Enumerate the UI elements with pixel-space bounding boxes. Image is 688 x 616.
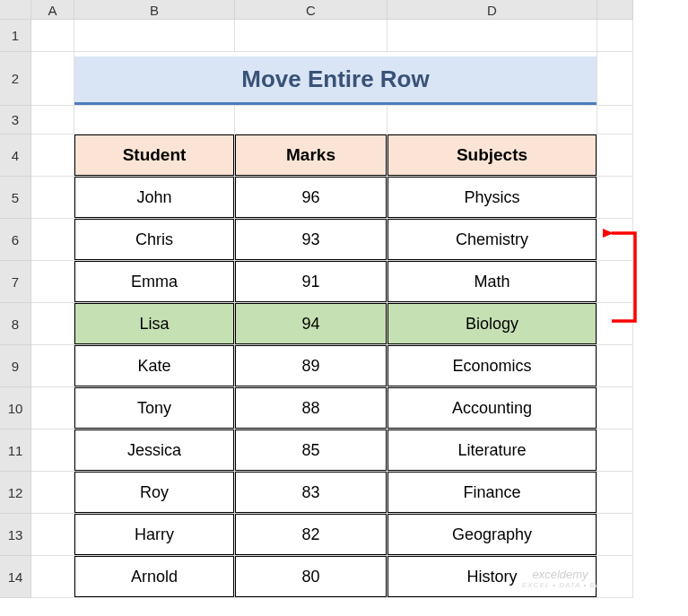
cell[interactable] — [74, 106, 235, 134]
table-row[interactable]: Harry — [74, 514, 235, 556]
table-row[interactable]: Chemistry — [388, 219, 597, 261]
cell[interactable] — [31, 345, 74, 387]
table-row[interactable]: 83 — [235, 472, 388, 514]
table-row[interactable]: Kate — [74, 345, 235, 387]
cell[interactable] — [597, 219, 633, 261]
cell[interactable] — [31, 134, 74, 177]
table-row[interactable]: 93 — [235, 219, 388, 261]
row-header[interactable]: 4 — [0, 134, 31, 177]
col-header-c[interactable]: C — [235, 0, 388, 20]
table-row[interactable]: Literature — [388, 429, 597, 472]
header-subjects: Subjects — [388, 134, 597, 176]
cell-marks: 96 — [235, 177, 387, 218]
cell[interactable] — [31, 52, 74, 106]
table-row[interactable]: Finance — [388, 472, 597, 514]
row-header[interactable]: 7 — [0, 261, 31, 303]
col-header-a[interactable]: A — [31, 0, 74, 20]
cell[interactable] — [597, 20, 633, 52]
watermark: exceldemy EXCEL • DATA • BI — [522, 568, 598, 589]
row-header[interactable]: 2 — [0, 52, 31, 106]
cell[interactable] — [235, 20, 388, 52]
row-header[interactable]: 5 — [0, 177, 31, 219]
table-row[interactable]: 96 — [235, 177, 388, 219]
col-header-d[interactable]: D — [388, 0, 597, 20]
table-row[interactable]: Physics — [388, 177, 597, 219]
cell-marks: 82 — [235, 514, 387, 555]
table-row[interactable]: 91 — [235, 261, 388, 303]
cell[interactable] — [597, 472, 633, 514]
row-header[interactable]: 1 — [0, 20, 31, 52]
row-header[interactable]: 12 — [0, 472, 31, 514]
row-header[interactable]: 10 — [0, 387, 31, 429]
table-row[interactable]: 89 — [235, 345, 388, 387]
cell-student: Chris — [74, 219, 234, 260]
table-header-cell[interactable]: Student — [74, 134, 235, 177]
row-header[interactable]: 6 — [0, 219, 31, 261]
cell[interactable] — [388, 20, 597, 52]
cell[interactable] — [597, 134, 633, 177]
table-row[interactable]: 88 — [235, 387, 388, 429]
cell[interactable] — [235, 106, 388, 134]
cell-marks: 89 — [235, 345, 387, 386]
cell-marks: 94 — [235, 303, 387, 344]
row-header[interactable]: 8 — [0, 303, 31, 345]
row-header[interactable]: 9 — [0, 345, 31, 387]
cell[interactable] — [31, 472, 74, 514]
cell-subject: Finance — [388, 472, 597, 513]
table-row[interactable]: Lisa — [74, 303, 235, 345]
table-row[interactable]: Emma — [74, 261, 235, 303]
cell[interactable] — [31, 556, 74, 598]
cell[interactable] — [597, 514, 633, 556]
table-row[interactable]: 94 — [235, 303, 388, 345]
cell[interactable] — [597, 106, 633, 134]
table-row[interactable]: Geography — [388, 514, 597, 556]
table-row[interactable]: 82 — [235, 514, 388, 556]
cell[interactable] — [597, 387, 633, 429]
table-row[interactable]: Jessica — [74, 429, 235, 472]
header-marks: Marks — [235, 134, 387, 176]
cell[interactable] — [597, 177, 633, 219]
cell-student: Roy — [74, 472, 234, 513]
cell-marks: 85 — [235, 429, 387, 471]
table-header-cell[interactable]: Marks — [235, 134, 388, 177]
header-student: Student — [74, 134, 234, 176]
cell[interactable] — [597, 345, 633, 387]
col-header-extra[interactable] — [597, 0, 633, 20]
cell[interactable] — [597, 261, 633, 303]
cell[interactable] — [31, 20, 74, 52]
table-row[interactable]: Chris — [74, 219, 235, 261]
row-header[interactable]: 14 — [0, 556, 31, 598]
table-row[interactable]: Arnold — [74, 556, 235, 598]
col-header-b[interactable]: B — [74, 0, 235, 20]
cell-marks: 80 — [235, 556, 387, 597]
cell[interactable] — [31, 106, 74, 134]
cell[interactable] — [388, 106, 597, 134]
cell[interactable] — [597, 429, 633, 472]
cell[interactable] — [31, 219, 74, 261]
title-cell[interactable]: Move Entire Row — [74, 52, 597, 106]
row-header[interactable]: 11 — [0, 429, 31, 472]
table-row[interactable]: Economics — [388, 345, 597, 387]
corner-cell[interactable] — [0, 0, 31, 20]
cell[interactable] — [31, 261, 74, 303]
cell[interactable] — [31, 177, 74, 219]
table-header-cell[interactable]: Subjects — [388, 134, 597, 177]
cell[interactable] — [31, 429, 74, 472]
table-row[interactable]: 80 — [235, 556, 388, 598]
cell[interactable] — [31, 303, 74, 345]
cell[interactable] — [31, 387, 74, 429]
cell[interactable] — [74, 20, 235, 52]
table-row[interactable]: Accounting — [388, 387, 597, 429]
row-header[interactable]: 3 — [0, 106, 31, 134]
row-header[interactable]: 13 — [0, 514, 31, 556]
cell[interactable] — [597, 52, 633, 106]
table-row[interactable]: Biology — [388, 303, 597, 345]
table-row[interactable]: 85 — [235, 429, 388, 472]
cell[interactable] — [597, 303, 633, 345]
cell[interactable] — [597, 556, 633, 598]
cell[interactable] — [31, 514, 74, 556]
table-row[interactable]: Tony — [74, 387, 235, 429]
table-row[interactable]: Roy — [74, 472, 235, 514]
table-row[interactable]: John — [74, 177, 235, 219]
table-row[interactable]: Math — [388, 261, 597, 303]
